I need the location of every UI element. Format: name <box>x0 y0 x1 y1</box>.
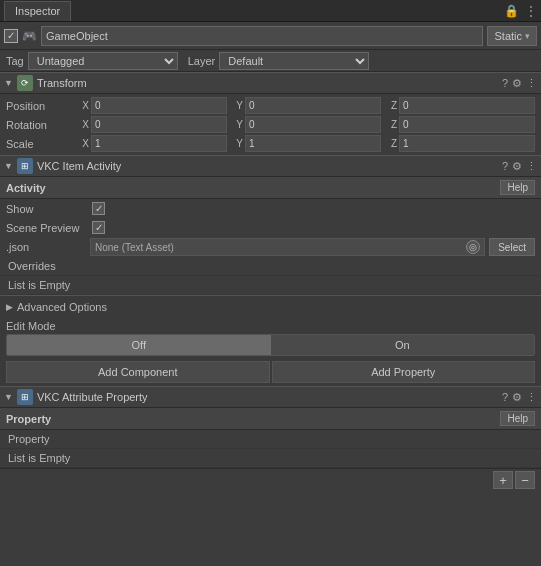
rot-y-input[interactable] <box>245 116 381 133</box>
menu-icon[interactable]: ⋮ <box>525 4 537 18</box>
rot-z-input[interactable] <box>399 116 535 133</box>
overrides-row: Overrides <box>0 257 541 276</box>
vkc-item-title: VKC Item Activity <box>37 160 502 172</box>
advanced-section: ▶ Advanced Options Edit Mode Off On Add … <box>0 295 541 386</box>
transform-content: Position X Y Z Rotation X Y Z Scale X Y … <box>0 94 541 155</box>
vkc-item-help-icon[interactable]: ? <box>502 160 508 173</box>
transform-help-icon[interactable]: ? <box>502 77 508 90</box>
rotation-xyz: X Y Z <box>75 116 535 133</box>
position-label: Position <box>6 100 71 112</box>
rot-z-label: Z <box>383 119 397 130</box>
pos-z-label: Z <box>383 100 397 111</box>
select-button[interactable]: Select <box>489 238 535 256</box>
overrides-label: Overrides <box>8 260 56 272</box>
pos-x-label: X <box>75 100 89 111</box>
transform-more-icon[interactable]: ⋮ <box>526 77 537 90</box>
position-xyz: X Y Z <box>75 97 535 114</box>
pos-y-input[interactable] <box>245 97 381 114</box>
vkc-attr-content: Property Help Property List is Empty + − <box>0 408 541 491</box>
vkc-item-more-icon[interactable]: ⋮ <box>526 160 537 173</box>
inspector-tab[interactable]: Inspector <box>4 1 71 21</box>
vkc-attr-actions: ? ⚙ ⋮ <box>502 391 537 404</box>
add-row: Add Component Add Property <box>0 358 541 386</box>
transform-actions: ? ⚙ ⋮ <box>502 77 537 90</box>
rot-x-input[interactable] <box>91 116 227 133</box>
cube-icon: 🎮 <box>22 29 37 43</box>
object-name-input[interactable] <box>41 26 483 46</box>
add-property-button[interactable]: Add Property <box>272 361 536 383</box>
vkc-item-actions: ? ⚙ ⋮ <box>502 160 537 173</box>
layer-select[interactable]: Default <box>219 52 369 70</box>
rot-y-label: Y <box>229 119 243 130</box>
off-button[interactable]: Off <box>7 335 271 355</box>
tag-layer-row: Tag Untagged Layer Default <box>0 50 541 72</box>
scale-xyz: X Y Z <box>75 135 535 152</box>
attr-list-empty-row: List is Empty <box>0 449 541 468</box>
list-empty-label: List is Empty <box>8 279 70 291</box>
rot-x-label: X <box>75 119 89 130</box>
pos-x-input[interactable] <box>91 97 227 114</box>
pos-z-input[interactable] <box>399 97 535 114</box>
off-label: Off <box>132 339 146 351</box>
active-checkbox[interactable]: ✓ <box>4 29 18 43</box>
add-entry-button[interactable]: + <box>493 471 513 489</box>
edit-mode-buttons: Off On <box>6 334 535 356</box>
vkc-item-arrow: ▼ <box>4 161 13 171</box>
vkc-attr-section-header[interactable]: ▼ ⊞ VKC Attribute Property ? ⚙ ⋮ <box>0 386 541 408</box>
scale-y-input[interactable] <box>245 135 381 152</box>
vkc-attr-title: VKC Attribute Property <box>37 391 502 403</box>
scale-x-input[interactable] <box>91 135 227 152</box>
pos-y-label: Y <box>229 100 243 111</box>
transform-settings-icon[interactable]: ⚙ <box>512 77 522 90</box>
vkc-attr-arrow: ▼ <box>4 392 13 402</box>
attr-property-label: Property <box>8 433 50 445</box>
static-arrow: ▾ <box>525 31 530 41</box>
gameobject-header: ✓ 🎮 Static ▾ <box>0 22 541 50</box>
attr-property-row: Property <box>0 430 541 449</box>
vkc-item-settings-icon[interactable]: ⚙ <box>512 160 522 173</box>
advanced-header[interactable]: ▶ Advanced Options <box>0 296 541 318</box>
attr-help-button[interactable]: Help <box>500 411 535 426</box>
scale-y-label: Y <box>229 138 243 149</box>
vkc-attr-settings-icon[interactable]: ⚙ <box>512 391 522 404</box>
vkc-attr-help-icon[interactable]: ? <box>502 391 508 404</box>
position-row: Position X Y Z <box>0 96 541 115</box>
activity-help-button[interactable]: Help <box>500 180 535 195</box>
transform-section-header[interactable]: ▼ ⟳ Transform ? ⚙ ⋮ <box>0 72 541 94</box>
attr-list-empty-label: List is Empty <box>8 452 70 464</box>
edit-mode-label: Edit Mode <box>6 320 535 332</box>
rotation-row: Rotation X Y Z <box>0 115 541 134</box>
activity-label: Activity <box>6 182 500 194</box>
inspector-tab-label: Inspector <box>15 5 60 17</box>
tag-select[interactable]: Untagged <box>28 52 178 70</box>
add-component-button[interactable]: Add Component <box>6 361 270 383</box>
scene-preview-row: Scene Preview ✓ <box>0 218 541 237</box>
lock-icon[interactable]: 🔒 <box>504 4 519 18</box>
edit-mode-row: Edit Mode Off On <box>0 318 541 358</box>
scale-z-label: Z <box>383 138 397 149</box>
static-button[interactable]: Static ▾ <box>487 26 537 46</box>
vkc-item-section-header[interactable]: ▼ ⊞ VKC Item Activity ? ⚙ ⋮ <box>0 155 541 177</box>
property-header-label: Property <box>6 413 500 425</box>
show-checkbox[interactable]: ✓ <box>92 202 105 215</box>
layer-label: Layer <box>188 55 216 67</box>
scene-preview-checkbox[interactable]: ✓ <box>92 221 105 234</box>
show-label: Show <box>6 203 86 215</box>
tag-label: Tag <box>6 55 24 67</box>
on-button[interactable]: On <box>271 335 535 355</box>
property-header-row: Property Help <box>0 408 541 430</box>
transform-title: Transform <box>37 77 502 89</box>
remove-entry-button[interactable]: − <box>515 471 535 489</box>
json-target-icon[interactable]: ◎ <box>466 240 480 254</box>
scene-preview-check-icon: ✓ <box>95 222 103 233</box>
show-row: Show ✓ <box>0 199 541 218</box>
scale-x-label: X <box>75 138 89 149</box>
json-label: .json <box>6 241 86 253</box>
static-label: Static <box>494 30 522 42</box>
tab-actions: 🔒 ⋮ <box>504 4 537 18</box>
vkc-attr-more-icon[interactable]: ⋮ <box>526 391 537 404</box>
vkc-attr-icon: ⊞ <box>17 389 33 405</box>
vkc-item-icon: ⊞ <box>17 158 33 174</box>
transform-icon: ⟳ <box>17 75 33 91</box>
scale-z-input[interactable] <box>399 135 535 152</box>
